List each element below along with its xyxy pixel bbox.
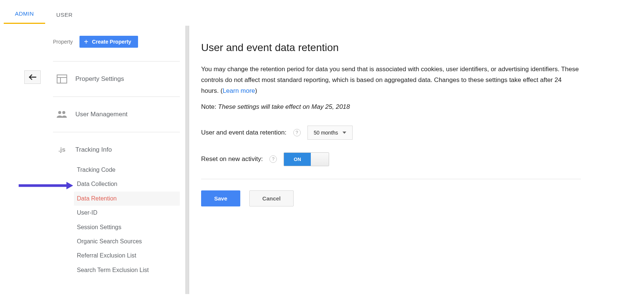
retention-value: 50 months: [314, 130, 338, 136]
note-label: Note:: [201, 103, 218, 110]
subnav-referral-exclusion[interactable]: Referral Exclusion List: [74, 249, 180, 263]
divider: [53, 97, 180, 97]
help-icon[interactable]: ?: [293, 129, 301, 136]
divider: [201, 179, 581, 179]
create-property-button[interactable]: + Create Property: [79, 36, 138, 48]
nav-user-management[interactable]: User Management: [53, 101, 180, 127]
note-body: These settings will take effect on May 2…: [218, 103, 350, 110]
learn-more-link[interactable]: Learn more: [223, 87, 255, 94]
retention-label: User and event data retention:: [201, 129, 287, 136]
intro-text: You may change the retention period for …: [201, 64, 581, 97]
create-property-label: Create Property: [92, 39, 131, 45]
tracking-subnav: Tracking Code Data Collection Data Reten…: [53, 163, 180, 277]
nav-tracking-info[interactable]: .js Tracking Info: [53, 137, 180, 163]
subnav-organic-sources[interactable]: Organic Search Sources: [74, 234, 180, 249]
nav-label: User Management: [75, 111, 128, 118]
reset-toggle[interactable]: ON: [284, 152, 329, 166]
retention-dropdown[interactable]: 50 months: [307, 126, 353, 140]
divider: [53, 61, 180, 61]
content-area: User and event data retention You may ch…: [189, 24, 592, 294]
reset-label: Reset on new activity:: [201, 155, 263, 163]
svg-marker-1: [66, 182, 73, 189]
nav-label: Tracking Info: [75, 146, 112, 154]
help-icon[interactable]: ?: [269, 155, 277, 163]
svg-point-5: [58, 111, 61, 114]
subnav-user-id[interactable]: User-ID: [74, 206, 180, 220]
subnav-session-settings[interactable]: Session Settings: [74, 220, 180, 234]
subnav-data-retention[interactable]: Data Retention: [74, 192, 180, 206]
subnav-search-term-excl[interactable]: Search Term Exclusion List: [74, 263, 180, 277]
action-buttons: Save Cancel: [201, 190, 581, 206]
intro-end: ): [255, 87, 257, 94]
nav-label: Property Settings: [75, 75, 124, 83]
toggle-on-label: ON: [284, 153, 311, 166]
sidebar: Property + Create Property Property Sett…: [53, 24, 180, 277]
plus-icon: +: [84, 38, 88, 45]
reset-row: Reset on new activity: ? ON: [201, 152, 581, 166]
retention-row: User and event data retention: ? 50 mont…: [201, 126, 581, 140]
subnav-tracking-code[interactable]: Tracking Code: [74, 163, 180, 177]
svg-point-6: [62, 111, 65, 114]
tab-user[interactable]: USER: [45, 5, 84, 24]
tab-admin[interactable]: ADMIN: [4, 4, 45, 24]
cancel-button[interactable]: Cancel: [249, 190, 294, 206]
caret-down-icon: [343, 132, 346, 134]
save-button[interactable]: Save: [201, 190, 240, 206]
nav-property-settings[interactable]: Property Settings: [53, 66, 180, 92]
page-title: User and event data retention: [201, 42, 581, 54]
note-text: Note: These settings will take effect on…: [201, 103, 581, 111]
back-button[interactable]: [24, 70, 41, 84]
vertical-divider[interactable]: [185, 26, 189, 294]
divider: [53, 132, 180, 132]
svg-rect-2: [57, 75, 67, 83]
js-icon: .js: [56, 145, 68, 155]
top-tabs: ADMIN USER: [0, 0, 644, 24]
property-label: Property: [53, 39, 73, 45]
intro-body: You may change the retention period for …: [201, 66, 579, 94]
annotation-arrow: [19, 182, 73, 189]
people-icon: [56, 110, 68, 119]
layout-icon: [56, 74, 68, 84]
back-arrow-icon: [28, 74, 37, 80]
subnav-data-collection[interactable]: Data Collection: [74, 177, 180, 191]
toggle-off-side: [311, 153, 329, 166]
